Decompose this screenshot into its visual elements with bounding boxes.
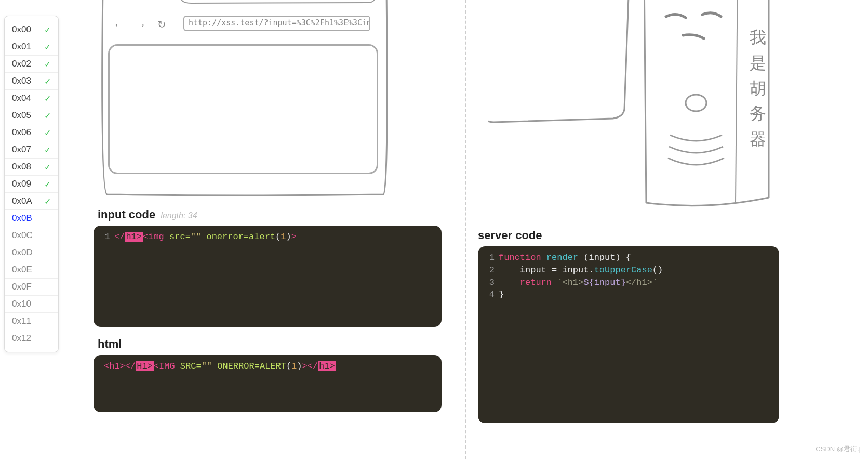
level-item-0x0C[interactable]: 0x0C	[5, 227, 58, 244]
line-number: 4	[485, 288, 495, 301]
level-label: 0x05	[12, 110, 31, 121]
level-label: 0x07	[12, 145, 31, 155]
input-code-block[interactable]: 1</h1><img src="" onerror=alert(1)>	[94, 226, 442, 327]
code-token: }	[499, 290, 504, 299]
server-code-heading: server code	[478, 229, 784, 242]
level-label: 0x0C	[12, 230, 33, 241]
check-icon: ✓	[44, 162, 51, 172]
level-item-0x07[interactable]: 0x07✓	[5, 141, 58, 158]
code-token: </	[125, 361, 136, 371]
server-code-block: 1function render (input) { 2 input = inp…	[478, 246, 779, 423]
code-token	[175, 361, 180, 371]
check-icon: ✓	[44, 145, 51, 155]
level-item-0x00[interactable]: 0x00✓	[5, 21, 58, 38]
level-item-0x12[interactable]: 0x12	[5, 330, 58, 347]
level-label: 0x0D	[12, 247, 33, 258]
level-item-0x06[interactable]: 0x06✓	[5, 124, 58, 141]
code-token	[212, 361, 217, 371]
watermark: CSDN @君衍.|	[816, 444, 861, 454]
code-token: src=	[169, 232, 191, 242]
code-token: </	[114, 232, 125, 242]
level-label: 0x0E	[12, 265, 32, 275]
level-label: 0x06	[12, 127, 31, 138]
code-token	[552, 278, 557, 287]
code-token: ${input}	[583, 278, 626, 287]
level-label: 0x0F	[12, 282, 32, 292]
code-token: `<h1>	[557, 278, 583, 287]
level-item-0x10[interactable]: 0x10	[5, 295, 58, 312]
input-length-label: length: 34	[161, 211, 197, 220]
level-label: 0x0A	[12, 196, 32, 206]
code-token: (input) {	[583, 253, 631, 263]
level-label: 0x09	[12, 179, 31, 189]
level-item-0x01[interactable]: 0x01✓	[5, 38, 58, 55]
browser-back-icon[interactable]: ←	[113, 18, 124, 32]
check-icon: ✓	[44, 76, 51, 86]
level-item-0x0D[interactable]: 0x0D	[5, 244, 58, 261]
right-column: server code 1function render (input) { 2…	[478, 0, 784, 459]
level-item-0x05[interactable]: 0x05✓	[5, 107, 58, 124]
code-token: function	[499, 253, 541, 263]
code-token: </	[308, 361, 318, 371]
code-token: )	[286, 232, 291, 242]
check-icon: ✓	[44, 94, 51, 103]
level-sidebar: 0x00✓0x01✓0x02✓0x03✓0x04✓0x05✓0x06✓0x07✓…	[4, 16, 59, 352]
check-icon: ✓	[44, 179, 51, 189]
code-token: h1>	[125, 232, 143, 242]
level-label: 0x03	[12, 76, 31, 86]
code-token: ""	[202, 361, 212, 371]
level-item-0x0E[interactable]: 0x0E	[5, 261, 58, 278]
level-label: 0x02	[12, 59, 31, 69]
html-heading: html	[98, 337, 460, 351]
input-code-heading: input code length: 34	[98, 208, 460, 221]
level-item-0x04[interactable]: 0x04✓	[5, 89, 58, 107]
code-token: 1	[291, 361, 297, 371]
main-area: ← → ↻ http://xss.test/?input=%3C%2Fh1%3E…	[94, 0, 867, 459]
url-bar[interactable]: http://xss.test/?input=%3C%2Fh1%3E%3Cimg…	[183, 16, 370, 31]
level-label: 0x0B	[12, 213, 32, 224]
level-item-0x0F[interactable]: 0x0F	[5, 278, 58, 295]
level-item-0x0A[interactable]: 0x0A✓	[5, 192, 58, 209]
level-item-0x03[interactable]: 0x03✓	[5, 72, 58, 89]
check-icon: ✓	[44, 128, 51, 138]
browser-viewport	[108, 44, 378, 174]
code-token: )	[297, 361, 302, 371]
code-token: return	[520, 278, 552, 287]
code-token: <img	[143, 232, 164, 242]
check-icon: ✓	[44, 196, 51, 206]
line-number: 1	[485, 252, 495, 264]
level-label: 0x10	[12, 299, 31, 309]
code-token: h1>	[318, 361, 336, 371]
level-item-0x0B[interactable]: 0x0B	[5, 209, 58, 227]
code-token: (	[286, 361, 291, 371]
check-icon: ✓	[44, 59, 51, 69]
browser-forward-icon[interactable]: →	[135, 18, 145, 32]
code-token: render	[541, 253, 584, 263]
code-token: >	[302, 361, 308, 371]
code-token: <h1>	[104, 361, 125, 371]
code-token: onerror=alert	[206, 232, 275, 242]
level-item-0x09[interactable]: 0x09✓	[5, 175, 58, 192]
level-item-0x11[interactable]: 0x11	[5, 312, 58, 330]
browser-reload-icon[interactable]: ↻	[157, 18, 165, 31]
check-icon: ✓	[44, 42, 51, 52]
code-token: (	[275, 232, 281, 242]
level-label: 0x11	[12, 316, 31, 326]
code-token	[201, 232, 206, 242]
code-token: H1>	[136, 361, 154, 371]
code-token: >	[291, 232, 297, 242]
check-icon: ✓	[44, 25, 51, 35]
code-token: SRC=	[180, 361, 202, 371]
level-label: 0x01	[12, 42, 31, 52]
code-token: ONERROR=ALERT	[217, 361, 286, 371]
level-item-0x02[interactable]: 0x02✓	[5, 55, 58, 72]
html-code-block: <h1></H1><IMG SRC="" ONERROR=ALERT(1)></…	[94, 355, 442, 412]
level-item-0x08[interactable]: 0x08✓	[5, 158, 58, 175]
code-token: ""	[191, 232, 201, 242]
code-token: toUpperCase	[594, 265, 652, 275]
line-number: 3	[485, 277, 495, 289]
code-token: <IMG	[154, 361, 175, 371]
level-label: 0x12	[12, 333, 31, 344]
browser-sketch: ← → ↻ http://xss.test/?input=%3C%2Fh1%3E…	[98, 0, 394, 198]
code-token: 1	[281, 232, 286, 242]
